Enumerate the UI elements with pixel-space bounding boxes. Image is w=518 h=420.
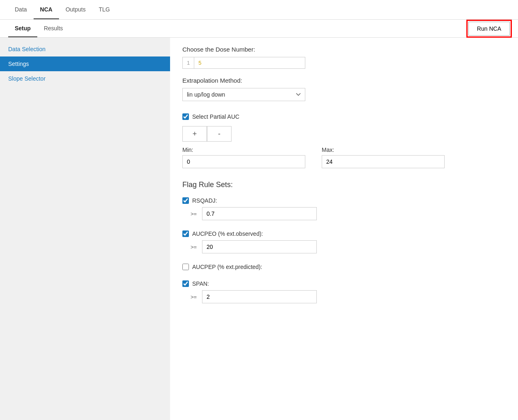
rsqadj-checkbox[interactable] [182,197,189,204]
partial-auc-checkbox-row: Select Partial AUC [182,113,506,120]
max-label: Max: [322,147,445,153]
sub-tabs: Setup Results [8,20,70,37]
flag-rule-rsqadj: RSQADJ: >= [182,197,506,220]
dose-number-value: 5 [194,57,205,68]
flag-rule-aucpeo: AUCPEO (% ext.observed): >= [182,230,506,253]
sub-tabs-bar: Setup Results Run NCA [0,20,518,38]
aucpeo-value-row: >= [191,240,506,253]
span-operator: >= [191,294,199,300]
top-nav: Data NCA Outputs TLG [0,0,518,20]
nav-item-outputs[interactable]: Outputs [59,0,92,19]
nav-item-tlg[interactable]: TLG [92,0,116,19]
partial-auc-label: Select Partial AUC [192,113,239,120]
span-value-row: >= [191,290,506,303]
flag-rule-span: SPAN: >= [182,280,506,303]
remove-auc-button[interactable]: - [207,126,232,142]
auc-buttons: + - [182,126,506,142]
sidebar: Data Selection Settings Slope Selector [0,38,170,420]
extrapolation-select[interactable]: lin up/log down linear log-linear [182,88,305,101]
min-input[interactable] [182,155,305,168]
partial-auc-checkbox[interactable] [182,113,189,120]
rsqadj-checkbox-row: RSQADJ: [182,197,506,204]
extrapolation-label: Extrapolation Method: [182,77,506,84]
content-area: Choose the Dose Number: 1 5 Extrapolatio… [170,38,518,420]
sidebar-item-data-selection[interactable]: Data Selection [0,42,170,56]
flag-rule-sets-title: Flag Rule Sets: [182,181,506,189]
rsqadj-value-row: >= [191,207,506,220]
run-nca-button[interactable]: Run NCA [468,22,510,36]
main-layout: Data Selection Settings Slope Selector C… [0,38,518,420]
aucpep-checkbox[interactable] [182,264,189,270]
aucpeo-input[interactable] [202,240,317,253]
rsqadj-operator: >= [191,211,199,217]
aucpeo-label: AUCPEO (% ext.observed): [192,230,263,237]
sidebar-item-settings[interactable]: Settings [0,56,170,71]
dose-number-prefix: 1 [183,57,194,68]
nav-item-data[interactable]: Data [8,0,34,19]
rsqadj-label: RSQADJ: [192,197,217,204]
min-label: Min: [182,147,305,153]
tab-setup[interactable]: Setup [8,20,37,37]
min-max-row: Min: Max: [182,147,506,168]
add-auc-button[interactable]: + [182,126,207,142]
min-group: Min: [182,147,305,168]
max-group: Max: [322,147,445,168]
span-input[interactable] [202,290,317,303]
tab-results[interactable]: Results [37,20,70,37]
dose-number-row: 1 5 [182,57,305,69]
sidebar-item-slope-selector[interactable]: Slope Selector [0,71,170,86]
aucpep-checkbox-row: AUCPEP (% ext.predicted): [182,264,506,270]
span-checkbox[interactable] [182,280,189,287]
max-input[interactable] [322,155,445,168]
flag-rule-aucpep: AUCPEP (% ext.predicted): [182,264,506,270]
span-label: SPAN: [192,280,209,287]
rsqadj-input[interactable] [202,207,317,220]
dose-number-label: Choose the Dose Number: [182,46,506,53]
aucpeo-operator: >= [191,244,199,250]
aucpeo-checkbox[interactable] [182,230,189,237]
aucpeo-checkbox-row: AUCPEO (% ext.observed): [182,230,506,237]
span-checkbox-row: SPAN: [182,280,506,287]
nav-item-nca[interactable]: NCA [34,0,59,19]
aucpep-label: AUCPEP (% ext.predicted): [192,264,262,270]
